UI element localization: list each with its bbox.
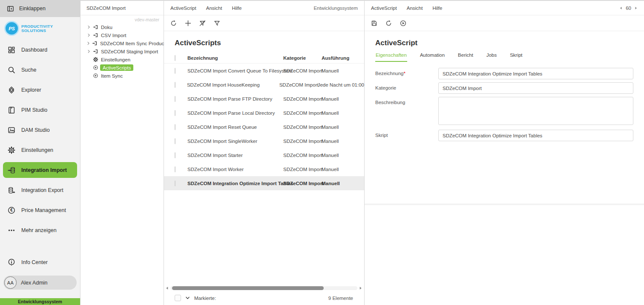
- select-all-checkbox[interactable]: [175, 55, 175, 61]
- tree-item-sdzecom-item-sync-products[interactable]: SDZeCOM Item Sync Products: [80, 39, 164, 47]
- menu-activescript[interactable]: ActiveScript: [170, 6, 196, 11]
- sidebar-item-pim-studio[interactable]: PIM Studio: [0, 100, 80, 120]
- column-header-kategorie[interactable]: Kategorie: [283, 55, 322, 61]
- cell-kategorie: SDZeCOM Import: [283, 125, 322, 130]
- tree-item-einstellungen[interactable]: Einstellungen: [80, 55, 164, 64]
- scroll-right-button[interactable]: [358, 286, 363, 290]
- row-checkbox[interactable]: [175, 96, 175, 102]
- panel-divider: [365, 203, 644, 205]
- menu-ansicht[interactable]: Ansicht: [407, 6, 423, 11]
- cell-ausfuehrung: Manuell: [322, 181, 364, 186]
- sidebar-item-label: Explorer: [21, 87, 41, 93]
- kategorie-field[interactable]: [438, 82, 633, 94]
- row-checkbox[interactable]: [175, 180, 175, 186]
- menu-ansicht[interactable]: Ansicht: [206, 6, 222, 11]
- row-checkbox[interactable]: [175, 110, 175, 116]
- sidebar-item-suche[interactable]: Suche: [0, 60, 80, 80]
- filter-button[interactable]: [211, 17, 223, 29]
- field-control: [438, 97, 633, 127]
- row-checkbox[interactable]: [175, 166, 175, 172]
- refresh-icon: [385, 20, 392, 27]
- expand-icon[interactable]: [86, 49, 91, 53]
- sidebar-item-explorer[interactable]: Explorer: [0, 80, 80, 100]
- menu-hilfe[interactable]: Hilfe: [432, 6, 442, 11]
- refresh-button[interactable]: [383, 17, 394, 29]
- table-row[interactable]: SDZeCOM Import Parse FTP DirectorySDZeCO…: [164, 92, 364, 106]
- tab-jobs[interactable]: Jobs: [486, 52, 497, 62]
- environment-bar: Entwicklungssystem: [0, 298, 80, 305]
- table-row[interactable]: SDZeCOM Import Reset QueueSDZeCOM Import…: [164, 120, 364, 134]
- run-button[interactable]: [397, 17, 409, 29]
- expand-icon[interactable]: [86, 25, 91, 29]
- user-menu[interactable]: AA Alex Admin: [3, 276, 77, 290]
- row-checkbox[interactable]: [175, 138, 175, 144]
- sidebar-item-dashboard[interactable]: Dashboard: [0, 40, 80, 60]
- tab-eigenschaften[interactable]: Eigenschaften: [375, 52, 407, 62]
- tab-skript[interactable]: Skript: [509, 52, 523, 62]
- sidebar-item-label: Mehr anzeigen: [21, 227, 57, 233]
- expand-icon[interactable]: [86, 41, 90, 45]
- pager-next-button[interactable]: [634, 6, 638, 10]
- chevron-down-icon[interactable]: [185, 295, 190, 301]
- column-header-ausfuehrung[interactable]: Ausführung: [322, 55, 364, 61]
- skript-select[interactable]: SDZeCOM Integration Optimize Import Tabl…: [438, 130, 633, 141]
- cell-kategorie: SDZeCOM Import: [283, 181, 322, 186]
- tab-bericht[interactable]: Bericht: [457, 52, 474, 62]
- expand-icon[interactable]: [86, 33, 91, 37]
- row-checkbox-cell: [175, 68, 187, 73]
- tree-item-activescripts[interactable]: ActiveScripts: [80, 64, 164, 72]
- table-row[interactable]: SDZeCOM Integration Optimize Import Tabl…: [164, 176, 364, 190]
- list-panel-title: ActiveScripts: [175, 39, 364, 47]
- row-checkbox-cell: [175, 125, 187, 130]
- list-toolbar: [164, 15, 364, 31]
- tree-item-sdzecom-staging-import[interactable]: SDZeCOM Staging Import: [80, 47, 164, 55]
- detail-menu-bar: ActiveScriptAnsichtHilfe 60: [365, 1, 644, 15]
- row-checkbox[interactable]: [175, 124, 175, 130]
- table-row[interactable]: SDZeCOM Import WorkerSDZeCOM ImportManue…: [164, 162, 364, 176]
- field-label-text: Beschreibung: [375, 100, 405, 105]
- collapse-sidebar-button[interactable]: Einklappen: [0, 0, 80, 17]
- bezeichnung-field[interactable]: [438, 68, 633, 79]
- sidebar-item-integration-import[interactable]: Integration Import: [3, 162, 77, 178]
- sidebar-item-einstellungen[interactable]: Einstellungen: [0, 140, 80, 160]
- refresh-button[interactable]: [168, 17, 179, 29]
- sidebar-item-integration-export[interactable]: Integration Export: [0, 180, 80, 200]
- triangle-left-icon: [619, 6, 623, 10]
- column-header-bezeichnung[interactable]: Bezeichnung: [187, 55, 283, 61]
- tree-item-item-sync[interactable]: Item Sync: [80, 72, 164, 80]
- sidebar-item-info-center[interactable]: Info Center: [0, 252, 80, 272]
- logo-wordmark: PRODUCTIVITY SOLUTIONS: [21, 24, 53, 33]
- form-row-skript: SkriptSDZeCOM Integration Optimize Impor…: [375, 130, 633, 149]
- table-row[interactable]: SDZeCOM Import SingleWorkerSDZeCOM Impor…: [164, 134, 364, 148]
- beschreibung-field[interactable]: [438, 97, 633, 125]
- row-checkbox[interactable]: [175, 152, 175, 158]
- table-row[interactable]: SDZeCOM Import StarterSDZeCOM ImportManu…: [164, 148, 364, 162]
- filter-remove-button[interactable]: [197, 17, 208, 29]
- save-button[interactable]: [368, 17, 380, 29]
- scroll-left-button[interactable]: [165, 286, 170, 290]
- sidebar-item-mehr-anzeigen[interactable]: Mehr anzeigen: [0, 220, 80, 240]
- sidebar-item-label: PIM Studio: [21, 107, 47, 113]
- table-row[interactable]: SDZeCOM Import Parse Local DirectorySDZe…: [164, 106, 364, 120]
- sidebar-item-dam-studio[interactable]: DAM Studio: [0, 120, 80, 140]
- tab-automation[interactable]: Automation: [420, 52, 445, 62]
- marked-checkbox[interactable]: [175, 295, 181, 301]
- add-button[interactable]: [182, 17, 194, 29]
- table-row[interactable]: SDZeCOM Import Convert Queue To Filesyst…: [164, 64, 364, 78]
- sidebar-item-price-management[interactable]: €Price Management: [0, 200, 80, 220]
- cell-ausfuehrung: Jede Nacht um 01:00: [318, 82, 364, 87]
- required-marker: *: [404, 71, 405, 76]
- cell-bezeichnung: SDZeCOM Import SingleWorker: [187, 139, 283, 144]
- row-checkbox[interactable]: [175, 68, 175, 74]
- pager-previous-button[interactable]: [619, 6, 623, 10]
- table-row[interactable]: SDZeCOM Import HouseKeepingSDZeCOM Impor…: [164, 78, 364, 92]
- tree-item-doku[interactable]: Doku: [80, 23, 164, 31]
- row-checkbox-cell: [175, 96, 187, 102]
- tree-item-csv-import[interactable]: CSV Import: [80, 31, 164, 39]
- form-row-beschreibung: Beschreibung: [375, 97, 633, 127]
- scrollbar-thumb[interactable]: [172, 286, 324, 290]
- menu-hilfe[interactable]: Hilfe: [232, 6, 242, 11]
- row-checkbox[interactable]: [175, 82, 175, 88]
- scrollbar-track[interactable]: [170, 286, 357, 290]
- menu-activescript[interactable]: ActiveScript: [371, 6, 397, 11]
